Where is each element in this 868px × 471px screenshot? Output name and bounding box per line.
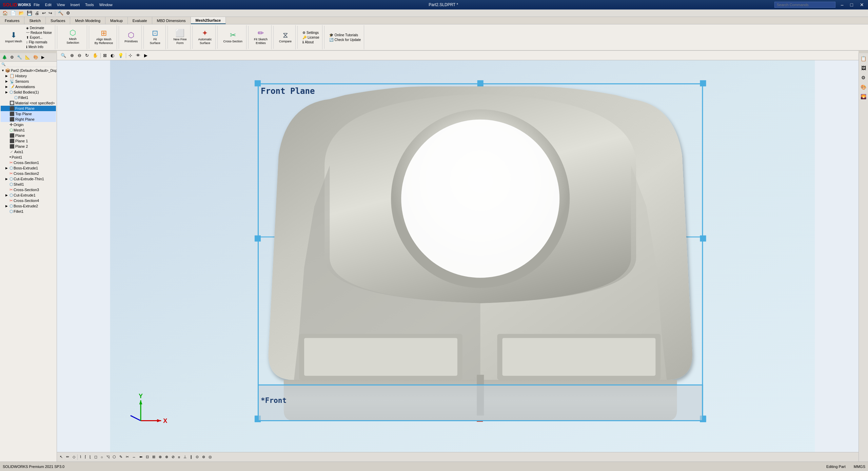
sidebar-item-right-plane[interactable]: ⬛ Right Plane	[1, 117, 56, 122]
bot-tool12[interactable]: ⊡	[144, 454, 150, 460]
qa-new[interactable]: 📄	[9, 10, 17, 16]
tree-root[interactable]: ▼ 📦 Part2 (Default<<Default>_Display S	[1, 68, 56, 73]
sidebar-item-material[interactable]: 🔲 Material <not specified>	[1, 100, 56, 106]
search-commands-input[interactable]	[774, 2, 835, 8]
sidebar-configuration-manager[interactable]: 🔧	[16, 54, 23, 61]
qa-undo[interactable]: ↩	[41, 10, 47, 16]
tree-toggle-annotations[interactable]: ▶	[5, 85, 9, 88]
sidebar-item-mesh1[interactable]: ⬡ Mesh1	[1, 127, 56, 133]
tab-evaluate[interactable]: Evaluate	[128, 17, 152, 24]
bot-tool7[interactable]: ⬡	[111, 454, 117, 460]
bot-tool15[interactable]: ⊕	[164, 454, 170, 460]
bot-tool20[interactable]: ⊙	[194, 454, 200, 460]
handle-tr[interactable]	[700, 80, 706, 86]
viewport[interactable]: Front Plane *Front X Y 📋 🖼 ⚙ 🎨	[57, 53, 868, 462]
handle-tl[interactable]	[255, 80, 261, 86]
qa-options[interactable]: ⚙	[65, 10, 71, 16]
decimate-button[interactable]: ◈ Decimate	[25, 26, 53, 30]
sidebar-item-boss-extrude2[interactable]: ▶ ⬡ Boss-Extrude2	[1, 203, 56, 209]
tree-toggle-sensors[interactable]: ▶	[5, 80, 9, 83]
settings-button[interactable]: ⚙ Settings	[301, 30, 320, 35]
close-button[interactable]: ✕	[859, 2, 865, 7]
rp-icon1[interactable]: 📋	[859, 55, 868, 63]
sidebar-property-manager[interactable]: ⚙	[9, 54, 15, 61]
view-hide[interactable]: 👁	[135, 52, 142, 59]
sidebar-appearance[interactable]: 🎨	[32, 54, 40, 61]
bot-tool14[interactable]: ⊗	[157, 454, 163, 460]
qa-rebuild[interactable]: 🔨	[57, 10, 64, 16]
tree-toggle-cut-extrude-thin1[interactable]: ▶	[5, 177, 9, 181]
bot-tool13[interactable]: ⊞	[151, 454, 157, 460]
view-orientation[interactable]: ⊹	[127, 52, 134, 59]
tree-toggle-history[interactable]: ▶	[5, 74, 9, 78]
tree-toggle-solid-bodies[interactable]: ▶	[5, 90, 9, 94]
bot-tool10[interactable]: ↔	[131, 454, 137, 460]
sidebar-item-axis1[interactable]: ⟋ Axis1	[1, 149, 56, 155]
view-more[interactable]: ▶	[143, 52, 149, 59]
rp-icon2[interactable]: 🖼	[860, 64, 867, 72]
bot-select[interactable]: ↖	[58, 454, 64, 460]
bot-tool17[interactable]: ≡	[177, 454, 181, 460]
import-mesh-button[interactable]: ⬇ Import Mesh	[3, 30, 24, 44]
sidebar-item-plane1[interactable]: ⬛ Plane 1	[1, 138, 56, 144]
sidebar-more[interactable]: ▶	[40, 54, 46, 61]
tab-sketch[interactable]: Sketch	[24, 17, 46, 24]
bot-tool1[interactable]: ⌇	[78, 454, 83, 460]
tab-features[interactable]: Features	[0, 17, 24, 24]
sidebar-item-solid-bodies[interactable]: ▶ ⬡ Solid Bodies(1)	[1, 89, 56, 95]
bot-tool8[interactable]: ✎	[118, 454, 124, 460]
view-section[interactable]: ⊠	[102, 52, 108, 59]
view-zoom-to-fit[interactable]: 🔍	[59, 52, 68, 59]
bot-tool4[interactable]: ◻	[93, 454, 99, 460]
minimize-button[interactable]: –	[840, 2, 845, 7]
view-zoom-out[interactable]: ⊖	[76, 52, 83, 59]
sidebar-dim-expert[interactable]: 📐	[24, 54, 32, 61]
sidebar-item-shell1[interactable]: ⬡ Shell1	[1, 182, 56, 187]
menu-edit[interactable]: Edit	[45, 3, 52, 7]
fit-sketch-entities-button[interactable]: ✏ Fit SketchEntities	[252, 28, 269, 46]
sidebar-item-cross-section3[interactable]: ✂ Cross-Section3	[1, 187, 56, 192]
sidebar-item-cross-section2[interactable]: ✂ Cross-Section2	[1, 171, 56, 176]
sidebar-feature-manager[interactable]: 🌲	[1, 54, 8, 61]
fit-surface-button[interactable]: ⊡ FitSurface	[147, 28, 162, 46]
tab-mesh-modeling[interactable]: Mesh Modeling	[70, 17, 105, 24]
about-button[interactable]: ℹ About	[301, 40, 320, 44]
menu-view[interactable]: View	[57, 3, 65, 7]
view-render[interactable]: 💡	[117, 52, 125, 59]
tab-markup[interactable]: Markup	[105, 17, 128, 24]
online-tutorials-button[interactable]: 🎓 Online Tutorials	[328, 33, 362, 37]
menu-tools[interactable]: Tools	[85, 3, 94, 7]
menu-window[interactable]: Window	[99, 3, 113, 7]
bot-tool2[interactable]: ⌈	[83, 454, 87, 460]
bot-tool22[interactable]: ◎	[207, 454, 213, 460]
view-display-style[interactable]: ◐	[109, 52, 116, 59]
bot-tool9[interactable]: ✂	[124, 454, 130, 460]
compare-button[interactable]: ⧖ Compare	[277, 30, 293, 44]
bot-smart-dim[interactable]: ◇	[71, 454, 77, 460]
automatic-surface-button[interactable]: ✦ AutomaticSurface	[196, 28, 213, 46]
qa-home[interactable]: 🏠	[1, 10, 9, 16]
tab-surfaces[interactable]: Surfaces	[46, 17, 70, 24]
bot-tool16[interactable]: ⊘	[170, 454, 176, 460]
sidebar-item-cut-extrude1[interactable]: ▶ ⬡ Cut-Extrude1	[1, 192, 56, 198]
menu-file[interactable]: File	[34, 3, 40, 7]
qa-save[interactable]: 💾	[26, 10, 33, 16]
tree-toggle-root[interactable]: ▼	[1, 69, 4, 72]
sidebar-item-point1[interactable]: • Point1	[1, 155, 56, 160]
qa-open[interactable]: 📂	[18, 10, 25, 16]
handle-mr[interactable]	[700, 236, 706, 242]
reduce-noise-button[interactable]: 〰 Reduce Noise	[25, 30, 53, 35]
bot-tool5[interactable]: ○	[99, 454, 104, 460]
mesh-info-button[interactable]: ℹ Mesh Info	[25, 45, 53, 49]
bot-tool18[interactable]: ⊥	[182, 454, 188, 460]
sidebar-item-sensors[interactable]: ▶ 📡 Sensors	[1, 79, 56, 84]
sidebar-item-fillet1[interactable]: ⬡ Fillet1	[1, 209, 56, 214]
license-button[interactable]: 🔑 License	[301, 35, 320, 40]
tab-mesh2surface[interactable]: Mesh2Surface	[191, 17, 226, 24]
tree-toggle-boss-extrude1[interactable]: ▶	[5, 166, 9, 170]
align-mesh-button[interactable]: ⊞ Align MeshBy Reference	[93, 28, 115, 46]
rp-icon4[interactable]: 🎨	[859, 83, 868, 91]
sidebar-item-cross-section4[interactable]: ✂ Cross-Section4	[1, 198, 56, 203]
sidebar-item-origin[interactable]: ✛ Origin	[1, 122, 56, 127]
flip-normals-button[interactable]: ↕ Flip normals	[25, 40, 53, 44]
